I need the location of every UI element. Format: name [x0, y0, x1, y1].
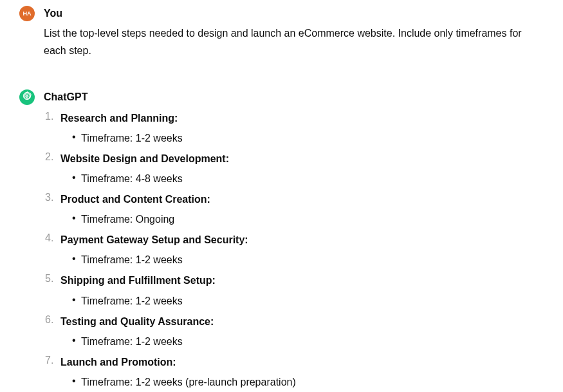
step-item: Launch and Promotion:Timeframe: 1-2 week… [44, 352, 544, 392]
user-author-label: You [44, 5, 544, 22]
step-title: Product and Content Creation: [60, 194, 210, 205]
user-message: HA You List the top-level steps needed t… [19, 5, 544, 59]
assistant-message: ChatGPT Research and Planning:Timeframe:… [19, 89, 544, 392]
step-item: Product and Content Creation:Timeframe: … [44, 189, 544, 230]
step-sublist: Timeframe: 1-2 weeks [60, 250, 544, 270]
step-timeframe: Timeframe: 1-2 weeks [72, 291, 544, 312]
step-title: Testing and Quality Assurance: [60, 316, 214, 327]
assistant-avatar [19, 89, 35, 105]
user-avatar-initials: HA [23, 9, 32, 18]
step-title: Website Design and Development: [60, 153, 229, 164]
step-title: Shipping and Fulfillment Setup: [60, 275, 216, 286]
step-timeframe: Timeframe: 4-8 weeks [72, 169, 544, 189]
step-sublist: Timeframe: 1-2 weeks [60, 128, 544, 149]
step-timeframe: Timeframe: 1-2 weeks [72, 250, 544, 270]
step-item: Payment Gateway Setup and Security:Timef… [44, 230, 544, 270]
step-item: Website Design and Development:Timeframe… [44, 149, 544, 189]
step-sublist: Timeframe: 1-2 weeks [60, 291, 544, 312]
user-content: You List the top-level steps needed to d… [44, 5, 544, 59]
step-sublist: Timeframe: 1-2 weeks (pre-launch prepara… [60, 372, 544, 392]
openai-icon [22, 91, 32, 104]
assistant-content: ChatGPT Research and Planning:Timeframe:… [44, 89, 544, 392]
step-timeframe: Timeframe: 1-2 weeks [72, 331, 544, 352]
step-sublist: Timeframe: 1-2 weeks [60, 331, 544, 352]
user-message-text: List the top-level steps needed to desig… [44, 24, 544, 59]
step-timeframe: Timeframe: 1-2 weeks [72, 128, 544, 149]
step-timeframe: Timeframe: 1-2 weeks (pre-launch prepara… [72, 372, 544, 392]
step-sublist: Timeframe: 4-8 weeks [60, 169, 544, 189]
step-item: Shipping and Fulfillment Setup:Timeframe… [44, 270, 544, 311]
step-item: Research and Planning:Timeframe: 1-2 wee… [44, 108, 544, 149]
step-title: Launch and Promotion: [60, 357, 176, 368]
step-timeframe: Timeframe: Ongoing [72, 209, 544, 230]
user-avatar: HA [19, 6, 35, 21]
step-title: Research and Planning: [60, 113, 178, 124]
step-sublist: Timeframe: Ongoing [60, 209, 544, 230]
step-title: Payment Gateway Setup and Security: [60, 234, 248, 245]
step-item: Testing and Quality Assurance:Timeframe:… [44, 312, 544, 352]
assistant-author-label: ChatGPT [44, 89, 544, 106]
steps-list: Research and Planning:Timeframe: 1-2 wee… [44, 108, 544, 392]
